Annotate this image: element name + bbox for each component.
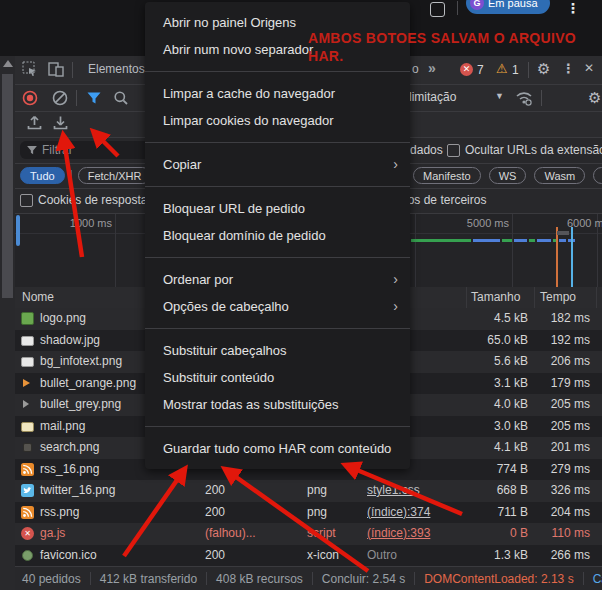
import-har-icon[interactable] bbox=[26, 114, 43, 131]
request-time: 204 ms bbox=[551, 505, 590, 519]
network-settings-gear-icon[interactable]: ⚙ bbox=[588, 89, 601, 107]
browser-menu-icon[interactable]: ⋮ bbox=[566, 0, 580, 16]
warning-icon[interactable]: ⚠ bbox=[496, 61, 508, 76]
tab-fragment: o bbox=[412, 62, 419, 76]
table-row[interactable]: twitter_16.png200pngstyle1.css668 B326 m… bbox=[15, 480, 602, 502]
hide-extension-urls-checkbox[interactable] bbox=[447, 144, 460, 157]
extension-icon[interactable] bbox=[430, 2, 445, 17]
request-time: 201 ms bbox=[551, 440, 590, 454]
table-row[interactable]: ✕ga.js(falhou)...script(índice):3930 B11… bbox=[15, 523, 602, 545]
request-size: 774 B bbox=[497, 462, 528, 476]
error-badge-icon[interactable]: ✕ bbox=[460, 63, 473, 76]
menu-separator bbox=[145, 71, 410, 72]
request-status: (falhou)... bbox=[205, 526, 256, 540]
favicon-icon bbox=[22, 550, 33, 561]
divider bbox=[541, 90, 542, 106]
request-size: 4.5 kB bbox=[494, 311, 528, 325]
chips-left: TudoFetch/XHR bbox=[20, 167, 151, 184]
inspect-element-icon[interactable] bbox=[22, 61, 38, 77]
menu-item-ordenar-por[interactable]: Ordenar por› bbox=[145, 266, 410, 293]
filter-funnel-small-icon bbox=[26, 144, 38, 156]
request-name: shadow.jpg bbox=[40, 333, 100, 347]
timeline-tick-label: 5000 ms bbox=[467, 217, 509, 229]
overview-bar bbox=[557, 231, 569, 235]
initiator-link[interactable]: (índice):393 bbox=[367, 526, 430, 540]
filter-chip-wasm[interactable]: Wasm bbox=[534, 167, 585, 184]
request-size: 668 B bbox=[497, 483, 528, 497]
column-header-name[interactable]: Nome bbox=[22, 290, 54, 304]
filter-chip-manifesto[interactable]: Manifesto bbox=[413, 167, 481, 184]
initiator-link[interactable]: (índice):374 bbox=[367, 505, 430, 519]
waterfall-segment bbox=[537, 239, 551, 242]
divider bbox=[206, 572, 207, 585]
bullet-grey-icon bbox=[23, 400, 29, 408]
column-header-time[interactable]: Tempo bbox=[540, 290, 576, 304]
request-type: script bbox=[307, 526, 336, 540]
hide-extension-urls-label: Ocultar URLs da extensão bbox=[465, 143, 602, 157]
scrollbar-thumb[interactable] bbox=[2, 74, 13, 298]
error-icon: ✕ bbox=[21, 527, 34, 540]
request-time: 205 ms bbox=[551, 397, 590, 411]
request-size: 5.6 kB bbox=[494, 354, 528, 368]
filter-chip-ws[interactable]: WS bbox=[489, 167, 527, 184]
waterfall-segment bbox=[529, 239, 535, 242]
request-status: 200 bbox=[205, 505, 225, 519]
image-green-icon bbox=[21, 312, 34, 325]
menu-item-bloquear-url-de-pedido[interactable]: Bloquear URL de pedido bbox=[145, 195, 410, 222]
menu-item-guardar-tudo-como-har-com-conteudo[interactable]: Guardar tudo como HAR com conteúdo bbox=[145, 435, 410, 462]
settings-gear-icon[interactable]: ⚙ bbox=[537, 60, 550, 78]
clear-network-icon[interactable] bbox=[52, 90, 68, 106]
divider bbox=[90, 572, 91, 585]
menu-separator bbox=[145, 328, 410, 329]
device-toolbar-icon[interactable] bbox=[48, 61, 64, 77]
request-name: bg_infotext.png bbox=[40, 354, 122, 368]
request-size: 1.3 kB bbox=[494, 548, 528, 562]
column-header-size[interactable]: Tamanho bbox=[471, 290, 520, 304]
divider bbox=[528, 62, 529, 78]
tab-elements[interactable]: Elementos bbox=[88, 62, 145, 76]
gridline bbox=[115, 214, 116, 287]
menu-item-limpar-cookies-do-navegador[interactable]: Limpar cookies do navegador bbox=[145, 107, 410, 134]
blocked-cookies-checkbox[interactable] bbox=[20, 194, 33, 207]
menu-item-limpar-a-cache-do-navegador[interactable]: Limpar a cache do navegador bbox=[145, 80, 410, 107]
overview-handle[interactable] bbox=[16, 215, 20, 246]
load-event-line bbox=[556, 227, 558, 287]
table-row[interactable]: favicon.ico200x-iconOutro1.3 kB266 ms bbox=[15, 545, 602, 567]
initiator-link[interactable]: style1.css bbox=[367, 483, 420, 497]
scrollbar-up-icon[interactable] bbox=[3, 60, 13, 67]
filter-chip-fetch-xhr[interactable]: Fetch/XHR bbox=[78, 167, 152, 184]
filter-chip-tudo[interactable]: Tudo bbox=[20, 167, 65, 184]
request-name: rss_16.png bbox=[40, 462, 99, 476]
image-mail-icon bbox=[21, 422, 34, 432]
export-har-icon[interactable] bbox=[52, 114, 69, 131]
divider bbox=[72, 62, 73, 78]
menu-item-mostrar-todas-as-substituicoes[interactable]: Mostrar todas as substituições bbox=[145, 391, 410, 418]
waterfall-segment bbox=[514, 239, 527, 242]
request-type: x-icon bbox=[307, 548, 339, 562]
devtools-kebab-icon[interactable]: ⋮ bbox=[562, 61, 575, 76]
menu-item-substituir-cabecalhos[interactable]: Substituir cabeçalhos bbox=[145, 337, 410, 364]
warning-count: 1 bbox=[512, 63, 519, 77]
table-row[interactable]: rss.png200png(índice):374711 B204 ms bbox=[15, 502, 602, 524]
search-icon[interactable] bbox=[113, 90, 129, 106]
menu-item-opcoes-de-cabecalho[interactable]: Opções de cabeçalho› bbox=[145, 293, 410, 320]
request-size: 4.0 kB bbox=[494, 397, 528, 411]
more-tabs-icon[interactable]: » bbox=[428, 60, 435, 76]
submenu-arrow-icon: › bbox=[393, 266, 398, 293]
timeline-tick-label: 1000 ms bbox=[70, 217, 112, 229]
filter-funnel-icon[interactable] bbox=[86, 90, 102, 106]
request-time: 192 ms bbox=[551, 333, 590, 347]
menu-item-bloquear-dominio-de-pedido[interactable]: Bloquear domínio de pedido bbox=[145, 222, 410, 249]
record-network-icon[interactable] bbox=[22, 90, 38, 106]
menu-item-substituir-conteudo[interactable]: Substituir conteúdo bbox=[145, 364, 410, 391]
status-item: 40 pedidos bbox=[22, 572, 81, 586]
request-status: 200 bbox=[205, 483, 225, 497]
network-conditions-icon[interactable] bbox=[515, 89, 533, 107]
request-type: png bbox=[307, 483, 327, 497]
filter-chip-outro[interactable]: Outro bbox=[593, 167, 602, 184]
close-devtools-icon[interactable]: ✕ bbox=[584, 61, 594, 75]
menu-separator bbox=[145, 426, 410, 427]
waterfall-segment bbox=[559, 239, 566, 242]
status-item: DOMContentLoaded: 2.13 s bbox=[424, 572, 573, 586]
menu-item-copiar[interactable]: Copiar› bbox=[145, 151, 410, 178]
